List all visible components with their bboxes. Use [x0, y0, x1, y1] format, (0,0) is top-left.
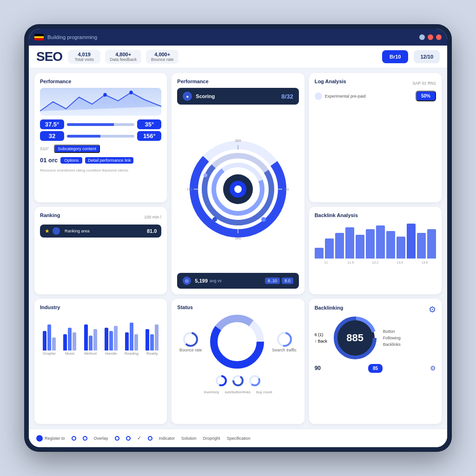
svg-point-10: [234, 185, 242, 193]
bars-5: [125, 318, 138, 350]
bar-2c: [73, 332, 76, 350]
status-bottom-label-3: buy count: [256, 390, 272, 394]
bl-bar-6: [366, 229, 375, 258]
bar-group-4: Handle: [102, 318, 120, 356]
bottom-nav-item-9[interactable]: Indicator: [159, 436, 175, 441]
checkmark-icon: ✓: [137, 435, 141, 441]
bar-group-5: Reading: [122, 318, 141, 356]
backlink-analysis-card: Backlink Analysis 11: [309, 207, 442, 294]
orc-link[interactable]: Detail performance link: [85, 157, 133, 164]
backlink-x-labels: 11 11.8 12.2 13.0 13.8: [315, 261, 436, 264]
donut-footer-badge2[interactable]: 8.0: [282, 278, 293, 284]
bar-6a: [145, 329, 149, 350]
bl-bar-5: [356, 235, 364, 258]
close-btn[interactable]: [428, 34, 433, 40]
bar-label-5: Reading: [125, 351, 139, 356]
status-label-1: Bounce rate: [179, 348, 202, 352]
donut-footer-badge1[interactable]: 8..10: [265, 278, 280, 284]
gear-icon[interactable]: ⚙: [429, 304, 436, 315]
bar-4c: [114, 326, 118, 350]
status-donut-1: [182, 331, 199, 348]
bottom-nav-item-12[interactable]: Specification: [227, 436, 251, 441]
bottom-nav-item-10[interactable]: Solution: [181, 436, 197, 441]
bottom-nav-label-10: Solution: [181, 436, 197, 441]
bar-label-3: Method: [84, 351, 97, 356]
top-nav: SEO 4,019 Total visits 4,800+ Data feedb…: [29, 46, 447, 68]
bottom-nav-item-11[interactable]: Dropright: [203, 436, 220, 441]
svg-point-1: [129, 91, 132, 94]
bl-bar-8: [386, 231, 395, 258]
seo-logo: SEO: [36, 49, 62, 64]
settings-icon[interactable]: ⚙: [430, 364, 436, 372]
bottom-nav-item-5[interactable]: [115, 436, 119, 441]
ranking-value: 81.0: [147, 228, 157, 234]
bottom-nav-item-1[interactable]: Register to: [36, 435, 65, 442]
gauge-center: 885: [332, 315, 378, 361]
ranking-label: Ranking area: [65, 229, 144, 233]
bar-label-2: Music: [65, 351, 75, 356]
status-donut-area: Bounce rate Search traffi: [177, 314, 298, 394]
bar-group-6: Reality: [143, 318, 161, 356]
minimize-btn[interactable]: [419, 34, 425, 40]
bars-2: [63, 318, 76, 350]
nav-stat-bounce-label: Bounce rate: [151, 57, 174, 62]
log-tag: SAP 01 RN1: [412, 81, 436, 86]
bottom-nav-item-8[interactable]: [148, 436, 152, 441]
bottom-nav-dot-2: [72, 436, 76, 441]
bl-label-1: 11: [315, 261, 337, 264]
svg-point-21: [204, 173, 207, 177]
donut-footer: ◎ 5,199 avg vs 8..10 8.0: [177, 273, 298, 289]
svg-point-0: [103, 93, 106, 97]
perf-stat3: 32: [40, 131, 64, 141]
perf-left-title: Performance: [40, 79, 161, 84]
bl-bar-9: [397, 237, 405, 258]
perf-chart-area: [40, 88, 161, 116]
ranking-title: Ranking: [40, 212, 60, 218]
gauge-side-labels: 6 (1) ↑ Back: [315, 332, 327, 344]
bar-label-6: Reality: [146, 351, 158, 356]
status-item-1: Bounce rate: [179, 331, 202, 352]
bars-3: [84, 318, 97, 350]
bl-bar-1: [315, 248, 324, 259]
perf-line-chart: [40, 88, 161, 116]
bar-group-1: Graphic: [40, 318, 59, 356]
gauge-label-1: Button: [383, 329, 401, 334]
donut-container: 360 180 270 90: [177, 109, 298, 269]
donut-header-icon: ●: [183, 92, 192, 101]
status-bottom-label-2: sub/button/links: [225, 390, 251, 394]
backlinking-title: Backlinking: [315, 305, 344, 311]
star-icon: ★: [45, 228, 50, 234]
bar-4b: [109, 331, 113, 350]
backlinking-header: Backlinking ⚙: [315, 304, 436, 315]
nav-stat-visits-value: 4,019: [78, 52, 91, 57]
max-btn[interactable]: [436, 34, 442, 40]
bl-label-4: 13.0: [389, 261, 411, 264]
status-item-bottom-3: [248, 374, 261, 387]
bottom-nav-item-3[interactable]: [83, 436, 87, 441]
bars-4: [105, 318, 118, 350]
nav-stat-visits-label: Total visits: [74, 57, 94, 62]
svg-text:360: 360: [235, 139, 241, 143]
bar-3c: [93, 329, 97, 350]
status-bottom-label-1: Inventory: [204, 390, 219, 394]
log-btn[interactable]: 50%: [416, 91, 436, 101]
bottom-nav-item-6[interactable]: [126, 436, 131, 441]
perf-tag-btn[interactable]: Subcategory content: [54, 145, 100, 153]
bottom-nav-item-4[interactable]: Overlay: [94, 436, 108, 441]
bottom-nav-item-2[interactable]: [72, 436, 76, 441]
bottom-nav: Register to Overlay ✓: [29, 429, 447, 447]
perf-row-2: 32 156°: [40, 131, 161, 141]
nav-primary-btn[interactable]: Br10: [382, 50, 408, 63]
bar-5c: [134, 334, 138, 350]
nav-secondary-btn[interactable]: 12/10: [414, 50, 440, 63]
perf-bar-1: [67, 123, 134, 126]
backlink-title: Backlink Analysis: [315, 212, 436, 218]
nav-stat-visits: 4,019 Total visits: [68, 50, 100, 64]
perf-stat4: 156°: [137, 131, 161, 141]
bottom-nav-item-7[interactable]: ✓: [137, 435, 141, 441]
donut-score-value: 8/32: [281, 93, 293, 100]
gauge-badge-btn[interactable]: 85: [368, 364, 383, 373]
bottom-nav-label-12: Specification: [227, 436, 251, 441]
bar-group-2: Music: [60, 318, 79, 356]
bar-6c: [155, 324, 159, 350]
